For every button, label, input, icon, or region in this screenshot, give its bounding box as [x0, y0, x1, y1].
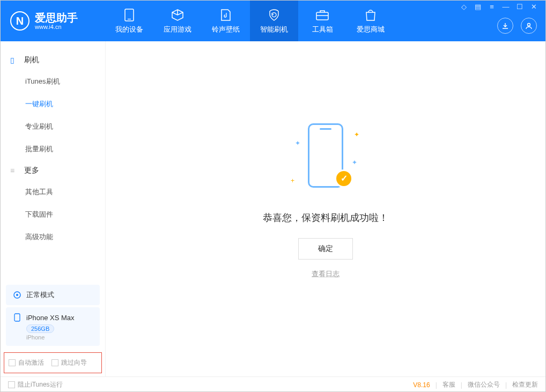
minimize-icon[interactable]: —: [501, 3, 510, 11]
sidebar-item-download-firmware[interactable]: 下载固件: [1, 203, 105, 226]
close-icon[interactable]: ✕: [529, 3, 538, 11]
device-type: iPhone: [26, 334, 93, 341]
user-button[interactable]: [521, 18, 537, 34]
cube-icon: [170, 8, 185, 22]
success-illustration: ✦ ✦ + ✦ ✓: [291, 118, 360, 198]
checkbox-auto-activate[interactable]: 自动激活: [9, 358, 44, 367]
app-subtitle: www.i4.cn: [35, 24, 78, 30]
music-file-icon: [218, 8, 233, 22]
footer-left: 阻止iTunes运行: [8, 380, 63, 389]
tab-toolbox[interactable]: 工具箱: [298, 1, 346, 41]
phone-icon: [122, 8, 137, 22]
tab-store[interactable]: 爱思商城: [346, 1, 395, 41]
checkbox-skip-guide[interactable]: 跳过向导: [51, 358, 87, 367]
footer-link-update[interactable]: 检查更新: [512, 380, 538, 389]
device-cards: 正常模式 iPhone XS Max 256GB iPhone: [1, 283, 105, 348]
svg-point-5: [16, 294, 18, 296]
sidebar: ▯ 刷机 iTunes刷机 一键刷机 专业刷机 批量刷机 ≡ 更多 其他工具 下…: [1, 41, 106, 376]
device-icon: ▯: [10, 56, 18, 64]
sidebar-group-more: ≡ 更多: [1, 160, 105, 181]
view-log-link[interactable]: 查看日志: [312, 269, 340, 279]
tab-apps-games[interactable]: 应用游戏: [153, 1, 202, 41]
mode-icon: [12, 290, 22, 300]
svg-point-3: [528, 24, 530, 26]
refresh-shield-icon: [267, 8, 282, 22]
sidebar-group-flash: ▯ 刷机: [1, 50, 105, 70]
sidebar-item-oneclick-flash[interactable]: 一键刷机: [1, 93, 105, 115]
footer: 阻止iTunes运行 V8.16 | 客服 | 微信公众号 | 检查更新: [1, 376, 545, 392]
check-badge-icon: ✓: [335, 169, 353, 188]
app-title: 爱思助手: [35, 12, 78, 24]
sparkle-icon: ✦: [352, 159, 357, 166]
footer-link-support[interactable]: 客服: [442, 380, 455, 389]
logo-text: 爱思助手 www.i4.cn: [35, 12, 78, 30]
tab-smart-flash[interactable]: 智能刷机: [250, 1, 298, 41]
nav-tabs: 我的设备 应用游戏 铃声壁纸 智能刷机 工具箱 爱思商城: [105, 1, 395, 41]
header-action-buttons: [497, 18, 537, 34]
checkbox-icon: [9, 359, 16, 366]
more-icon: ≡: [10, 166, 18, 175]
app-logo-icon: N: [10, 11, 29, 31]
sparkle-icon: ✦: [295, 139, 300, 147]
checkbox-block-itunes[interactable]: 阻止iTunes运行: [8, 380, 63, 389]
download-button[interactable]: [497, 18, 513, 34]
checkbox-icon: [51, 359, 58, 366]
footer-right: V8.16 | 客服 | 微信公众号 | 检查更新: [413, 380, 538, 389]
window-controls-top: ◇ ▤ ≡ — ☐ ✕: [460, 3, 538, 11]
ok-button[interactable]: 确定: [298, 238, 353, 260]
version-label: V8.16: [413, 381, 430, 389]
tab-ringtones-wallpapers[interactable]: 铃声壁纸: [202, 1, 250, 41]
bottom-options-box: 自动激活 跳过向导: [4, 352, 102, 373]
sidebar-item-other-tools[interactable]: 其他工具: [1, 181, 105, 203]
device-card[interactable]: iPhone XS Max 256GB iPhone: [6, 307, 100, 346]
tab-my-device[interactable]: 我的设备: [105, 1, 153, 41]
toolbox-icon: [315, 8, 330, 22]
sparkle-icon: ✦: [354, 131, 359, 138]
device-name: iPhone XS Max: [26, 314, 75, 322]
list-icon[interactable]: ▤: [474, 3, 482, 11]
svg-rect-1: [128, 19, 131, 19]
svg-rect-6: [14, 314, 20, 321]
footer-link-wechat[interactable]: 微信公众号: [468, 380, 500, 389]
main-content: ✦ ✦ + ✦ ✓ 恭喜您，保资料刷机成功啦！ 确定 查看日志: [106, 41, 545, 376]
shirt-icon[interactable]: ◇: [460, 3, 468, 11]
menu-icon[interactable]: ≡: [488, 3, 496, 11]
logo-area: N 爱思助手 www.i4.cn: [1, 11, 105, 31]
maximize-icon[interactable]: ☐: [515, 3, 524, 11]
mode-label: 正常模式: [26, 290, 54, 300]
app-header: N 爱思助手 www.i4.cn 我的设备 应用游戏 铃声壁纸 智能刷机 工具箱: [1, 1, 545, 41]
checkbox-icon: [8, 381, 15, 388]
svg-rect-2: [316, 12, 328, 20]
success-message: 恭喜您，保资料刷机成功啦！: [263, 211, 388, 224]
mode-card[interactable]: 正常模式: [6, 285, 100, 305]
sidebar-item-itunes-flash[interactable]: iTunes刷机: [1, 70, 105, 93]
sidebar-item-batch-flash[interactable]: 批量刷机: [1, 138, 105, 160]
sparkle-icon: +: [291, 177, 294, 184]
device-storage-badge: 256GB: [26, 324, 54, 333]
device-phone-icon: [12, 313, 22, 322]
body: ▯ 刷机 iTunes刷机 一键刷机 专业刷机 批量刷机 ≡ 更多 其他工具 下…: [1, 41, 545, 376]
sidebar-item-pro-flash[interactable]: 专业刷机: [1, 115, 105, 138]
bag-icon: [363, 8, 378, 22]
sidebar-item-advanced[interactable]: 高级功能: [1, 226, 105, 248]
